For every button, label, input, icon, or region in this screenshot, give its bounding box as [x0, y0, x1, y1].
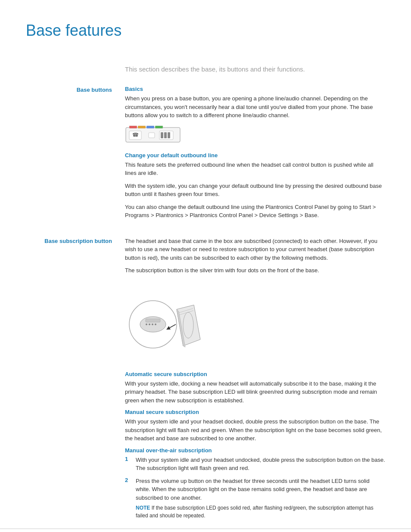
base-buttons-label: Base buttons: [26, 86, 125, 224]
svg-rect-4: [155, 126, 163, 128]
svg-point-18: [155, 324, 156, 325]
subscription-intro-1: The headset and base that came in the bo…: [125, 237, 385, 262]
base-subscription-label: Base subscription button: [26, 237, 125, 524]
base-subscription-content: The headset and base that came in the bo…: [125, 237, 385, 524]
basics-text: When you press on a base button, you are…: [125, 94, 385, 120]
change-outbound-text-3: You can also change the default outbound…: [125, 203, 385, 220]
manual-secure-title: Manual secure subscription: [125, 409, 385, 415]
numbered-text-2: Press the volume up button on the headse…: [136, 477, 385, 502]
content-area: Base buttons Basics When you press on a …: [26, 86, 385, 528]
svg-point-17: [152, 324, 153, 325]
numbered-text-1: With your system idle and your headset u…: [136, 456, 385, 473]
item-number-2: 2: [125, 477, 134, 483]
auto-subscription-text: With your system idle, docking a new hea…: [125, 380, 385, 405]
svg-point-16: [149, 324, 150, 325]
device-image: [125, 283, 385, 362]
svg-text:☎: ☎: [132, 132, 139, 138]
page-title: Base features: [26, 22, 385, 40]
manual-secure-subsection: Manual secure subscription With your sys…: [125, 409, 385, 443]
auto-subscription-title: Automatic secure subscription: [125, 371, 385, 377]
change-outbound-title: Change your default outbound line: [125, 152, 385, 159]
numbered-item-2: 2 Press the volume up button on the head…: [125, 477, 385, 520]
numbered-item-2-content: Press the volume up button on the headse…: [136, 477, 385, 520]
basics-title: Basics: [125, 86, 385, 92]
base-buttons-image: ☎: [125, 124, 385, 146]
item-number-1: 1: [125, 456, 134, 462]
base-buttons-svg: ☎: [125, 124, 181, 146]
svg-rect-1: [129, 126, 137, 128]
change-outbound-subsection: Change your default outbound line This f…: [125, 152, 385, 220]
svg-rect-14: [146, 319, 160, 322]
page-footer: plantronics. 21: [0, 529, 411, 532]
manual-air-title: Manual over-the-air subscription: [125, 447, 385, 454]
section-intro: This section describes the base, its but…: [125, 65, 385, 73]
basics-subsection: Basics When you press on a base button, …: [125, 86, 385, 146]
page-container: Base features This section describes the…: [0, 0, 411, 532]
note-content: If the base subscription LED goes solid …: [136, 505, 374, 519]
numbered-item-1: 1 With your system idle and your headset…: [125, 456, 385, 473]
change-outbound-text-1: This feature sets the preferred outbound…: [125, 161, 385, 177]
base-subscription-section: Base subscription button The headset and…: [26, 237, 385, 524]
manual-air-subsection: Manual over-the-air subscription 1 With …: [125, 447, 385, 520]
svg-rect-7: [149, 133, 155, 138]
device-svg: [125, 283, 220, 361]
svg-rect-11: [168, 132, 170, 138]
note-text: NOTE If the base subscription LED goes s…: [136, 504, 385, 520]
subscription-intro-2: The subscription button is the silver tr…: [125, 266, 385, 275]
base-buttons-content: Basics When you press on a base button, …: [125, 86, 385, 224]
manual-secure-text: With your system idle and your headset d…: [125, 417, 385, 443]
svg-rect-2: [138, 126, 146, 128]
auto-subscription-subsection: Automatic secure subscription With your …: [125, 371, 385, 405]
svg-rect-3: [146, 126, 154, 128]
svg-rect-9: [161, 132, 163, 138]
base-buttons-section: Base buttons Basics When you press on a …: [26, 86, 385, 224]
svg-line-19: [168, 324, 176, 329]
change-outbound-text-2: With the system idle, you can change you…: [125, 182, 385, 199]
note-label: NOTE: [136, 505, 150, 511]
svg-point-15: [146, 324, 147, 325]
svg-rect-10: [164, 132, 167, 138]
